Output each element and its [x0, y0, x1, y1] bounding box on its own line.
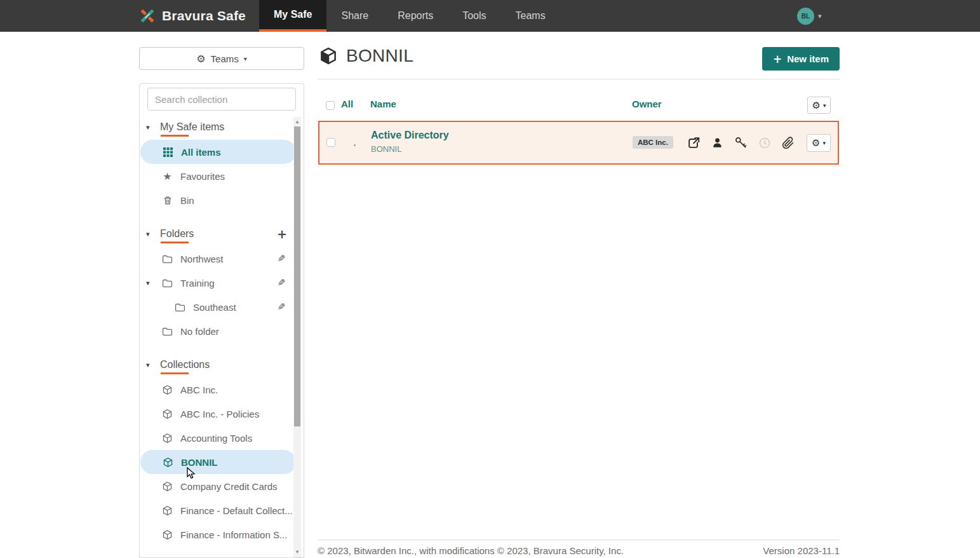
gear-icon: ⚙ [196, 53, 205, 65]
section-label: Collections [160, 359, 210, 370]
sidebar-collection-partially-visible[interactable] [140, 552, 296, 558]
cube-icon [161, 529, 173, 540]
divider [318, 79, 840, 79]
new-item-label: New item [787, 53, 829, 64]
select-all-label[interactable]: All [341, 99, 353, 109]
share-icon[interactable] [687, 136, 701, 150]
cube-icon [161, 433, 173, 444]
section-label: Folders [160, 228, 194, 239]
teams-dropdown-button[interactable]: ⚙ Teams ▾ [139, 47, 304, 70]
section-header-collections[interactable]: ▾ Collections [140, 352, 296, 378]
section-label: My Safe items [160, 121, 224, 132]
row-actions: ⚙ ▾ [687, 122, 831, 163]
teams-button-label: Teams [211, 53, 239, 64]
sidebar-collection-finance-default[interactable]: Finance - Default Collect... [140, 498, 296, 522]
new-item-button[interactable]: + New item [762, 47, 840, 71]
chevron-down-icon: ▾ [244, 55, 247, 62]
scrollbar-thumb[interactable] [294, 126, 300, 426]
person-icon[interactable] [711, 137, 723, 149]
folder-label: No folder [180, 326, 219, 337]
caret-down-icon[interactable]: ▾ [146, 123, 154, 132]
sidebar-collection-finance-information[interactable]: Finance - Information S... [140, 522, 296, 547]
folder-label: Training [180, 278, 215, 289]
caret-down-icon[interactable]: ▾ [146, 279, 150, 287]
chevron-down-icon: ▾ [823, 102, 826, 109]
pencil-icon[interactable]: ✎ [278, 301, 286, 313]
collection-label: BONNIL [181, 457, 218, 468]
trash-icon [161, 195, 173, 205]
sidebar-item-favourites[interactable]: ★ Favourites [140, 164, 296, 188]
caret-down-icon[interactable]: ▾ [146, 361, 154, 369]
select-all-checkbox[interactable] [326, 101, 335, 110]
collection-label: Company Credit Cards [180, 481, 278, 492]
folder-icon [161, 327, 173, 336]
cube-icon [161, 409, 173, 419]
folder-label: Northwest [180, 254, 224, 264]
page-title: BONNIL [319, 46, 413, 66]
caret-down-icon[interactable]: ▾ [146, 230, 154, 238]
key-icon[interactable] [734, 136, 748, 149]
add-folder-icon[interactable]: + [277, 227, 287, 241]
sidebar-nav: ▾ My Safe items All items ★ Favourites [140, 114, 296, 558]
section-header-folders[interactable]: ▾ Folders + [140, 221, 296, 247]
item-name-link[interactable]: Active Directory [371, 130, 449, 141]
sidebar-folder-northwest[interactable]: Northwest ✎ [140, 247, 296, 271]
collection-label: ABC Inc. - Policies [180, 409, 259, 419]
folder-icon [174, 303, 186, 312]
sidebar-collection-accounting-tools[interactable]: Accounting Tools [140, 426, 296, 450]
sidebar-folder-no-folder[interactable]: No folder [140, 319, 296, 343]
table-header: All Name Owner ⚙ ▾ [318, 92, 840, 119]
folder-icon [161, 278, 173, 288]
table-options-button[interactable]: ⚙ ▾ [807, 97, 831, 114]
cube-icon [319, 46, 338, 65]
sidebar-collection-abc-inc-policies[interactable]: ABC Inc. - Policies [140, 402, 296, 426]
page-title-text: BONNIL [346, 46, 413, 66]
table-row-active-directory[interactable]: Active Directory BONNIL ABC Inc. [318, 121, 839, 165]
footer-version: Version 2023-11.1 [763, 545, 840, 556]
column-header-name[interactable]: Name [370, 99, 396, 109]
sidebar-item-label: Bin [180, 195, 194, 206]
main-content: BONNIL + New item All Name Owner ⚙ ▾ Act… [318, 0, 840, 558]
sidebar-item-bin[interactable]: Bin [140, 188, 296, 212]
sidebar-folder-southeast[interactable]: Southeast ✎ [140, 295, 296, 319]
pencil-icon[interactable]: ✎ [278, 277, 286, 289]
bravura-logo-icon [138, 7, 156, 25]
cube-icon [161, 384, 173, 395]
sidebar-scrollbar[interactable]: ▴ ▾ [293, 117, 301, 557]
sidebar-item-label: All items [181, 147, 221, 158]
clock-icon[interactable] [758, 137, 771, 149]
collection-label: Accounting Tools [180, 433, 252, 444]
column-header-owner[interactable]: Owner [632, 99, 662, 109]
sidebar-collection-abc-inc[interactable]: ABC Inc. [140, 378, 296, 402]
folder-label: Southeast [193, 302, 236, 313]
cube-icon [161, 481, 173, 492]
row-options-button[interactable]: ⚙ ▾ [807, 134, 831, 152]
cube-icon [161, 505, 173, 516]
sidebar-collection-bonnil[interactable]: BONNIL [140, 450, 296, 474]
nav-tab-my-safe[interactable]: My Safe [259, 0, 326, 32]
sidebar-collection-company-credit-cards[interactable]: Company Credit Cards [140, 474, 296, 498]
paperclip-icon[interactable] [782, 137, 795, 149]
brand: Bravura Safe [138, 0, 246, 32]
star-icon: ★ [161, 170, 173, 182]
section-header-my-safe-items[interactable]: ▾ My Safe items [140, 114, 296, 140]
folder-icon [161, 254, 173, 264]
scroll-down-icon[interactable]: ▾ [293, 547, 301, 556]
gear-icon: ⚙ [812, 100, 821, 111]
brand-name: Bravura Safe [162, 8, 246, 24]
chevron-down-icon: ▾ [822, 140, 826, 146]
footer-divider [318, 540, 840, 540]
collection-label: Finance - Information S... [180, 529, 287, 540]
scroll-up-icon[interactable]: ▴ [293, 117, 301, 126]
sidebar-folder-training[interactable]: ▾ Training ✎ [140, 271, 296, 295]
search-collection-input[interactable] [147, 88, 296, 111]
row-checkbox[interactable] [326, 138, 335, 147]
sidebar-item-all-items[interactable]: All items [140, 140, 296, 164]
sidebar-panel: ▾ My Safe items All items ★ Favourites [139, 83, 304, 558]
grid-icon [162, 147, 174, 157]
sidebar-item-label: Favourites [180, 171, 225, 182]
collection-label: ABC Inc. [180, 384, 218, 395]
plus-icon: + [773, 53, 782, 65]
pencil-icon[interactable]: ✎ [278, 253, 286, 264]
gear-icon: ⚙ [812, 137, 820, 149]
